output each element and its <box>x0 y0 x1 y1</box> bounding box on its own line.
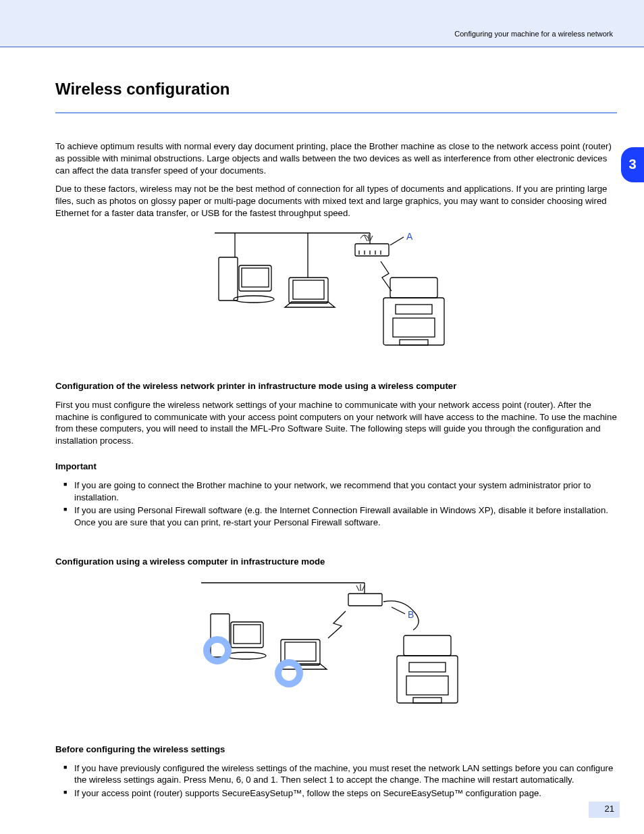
important-item-2: If you are using Personal Firewall softw… <box>63 504 617 529</box>
figure-label-a: A <box>406 231 413 242</box>
figure-temporary-cable: B <box>55 575 617 730</box>
section1-title: Configuration of the wireless network pr… <box>55 380 617 392</box>
title-rule <box>55 112 617 113</box>
svg-rect-18 <box>390 278 437 298</box>
svg-rect-20 <box>393 318 435 337</box>
before-item-1: If you have previously configured the wi… <box>63 762 617 787</box>
svg-rect-37 <box>406 676 448 695</box>
svg-point-29 <box>225 652 266 659</box>
chapter-tab: 3 <box>621 147 644 182</box>
before-item-2: If your access point (router) supports S… <box>63 787 617 800</box>
svg-rect-16 <box>293 280 324 299</box>
page-title: Wireless configuration <box>55 80 617 99</box>
svg-point-14 <box>234 296 274 303</box>
page-number: 21 <box>589 802 620 818</box>
svg-rect-11 <box>219 257 238 301</box>
chapter-tab-number: 3 <box>621 147 644 172</box>
svg-rect-24 <box>348 594 382 606</box>
svg-rect-28 <box>234 625 261 644</box>
svg-rect-19 <box>396 305 432 314</box>
intro-para-2: Due to these factors, wireless may not b… <box>55 183 617 219</box>
before-heading: Before configuring the wireless settings <box>55 744 617 756</box>
section1-intro: First you must configure the wireless ne… <box>55 399 617 447</box>
svg-line-10 <box>390 237 404 245</box>
figure-label-b: B <box>408 609 414 620</box>
svg-rect-32 <box>285 642 316 661</box>
svg-rect-21 <box>400 340 428 345</box>
figure-infrastructure-wireless: A <box>55 225 617 367</box>
important-heading: Important <box>55 461 617 473</box>
svg-point-30 <box>207 640 228 661</box>
svg-rect-4 <box>355 244 389 256</box>
section2-title: Configuration using a wireless computer … <box>55 556 617 568</box>
svg-point-33 <box>278 662 300 684</box>
svg-line-25 <box>392 607 405 614</box>
svg-rect-35 <box>404 635 451 656</box>
running-head: Configuring your machine for a wireless … <box>454 30 613 38</box>
important-item-1: If you are going to connect the Brother … <box>63 479 617 504</box>
svg-rect-13 <box>242 268 269 287</box>
svg-rect-36 <box>409 662 446 672</box>
svg-rect-38 <box>413 698 441 703</box>
intro-para-1: To achieve optimum results with normal e… <box>55 140 617 176</box>
